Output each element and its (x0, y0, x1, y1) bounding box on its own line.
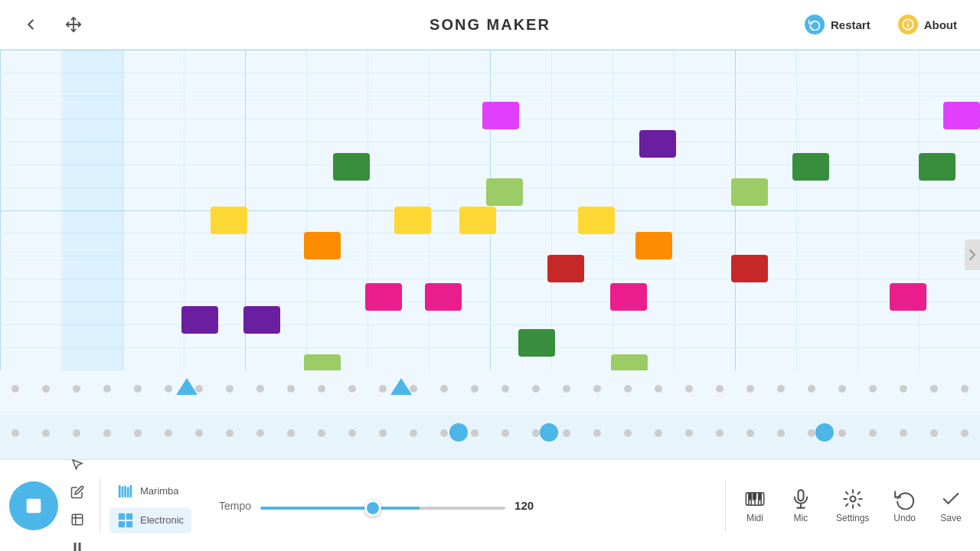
note-block[interactable] (518, 329, 555, 357)
note-block[interactable] (919, 153, 956, 181)
drum-triangle[interactable] (390, 378, 412, 395)
drum-triangle[interactable] (176, 378, 198, 395)
scroll-right-arrow[interactable] (965, 240, 980, 270)
drum-dot-bottom[interactable] (961, 429, 969, 437)
drum-dot-top[interactable] (838, 385, 846, 393)
drum-circle[interactable] (449, 423, 468, 442)
marimba-mode-button[interactable]: Marimba (109, 478, 191, 504)
drum-dot-bottom[interactable] (838, 429, 846, 437)
drum-dot-top[interactable] (11, 385, 19, 393)
note-block[interactable] (486, 178, 523, 206)
drum-dot-top[interactable] (593, 385, 601, 393)
restart-button[interactable]: Restart (797, 10, 878, 39)
note-block[interactable] (243, 306, 280, 334)
note-block[interactable] (610, 283, 647, 311)
note-block[interactable] (459, 207, 496, 234)
note-block[interactable] (792, 153, 829, 181)
undo-button[interactable]: Undo (881, 481, 928, 531)
note-block[interactable] (365, 283, 402, 311)
drum-dot-top[interactable] (42, 385, 50, 393)
drum-dot-bottom[interactable] (11, 429, 19, 437)
drum-section-top[interactable] (0, 370, 980, 415)
drum-dot-bottom[interactable] (256, 429, 264, 437)
drum-dot-bottom[interactable] (318, 429, 325, 437)
drum-dot-bottom[interactable] (287, 429, 295, 437)
drum-dot-bottom[interactable] (746, 429, 754, 437)
drum-dot-bottom[interactable] (716, 429, 724, 437)
drum-dot-top[interactable] (532, 385, 540, 393)
drum-dot-bottom[interactable] (685, 429, 693, 437)
pencil-tool[interactable] (64, 479, 90, 505)
about-button[interactable]: About (890, 10, 965, 39)
drum-dot-top[interactable] (226, 385, 234, 393)
note-block[interactable] (482, 102, 519, 129)
cursor-tool[interactable] (64, 452, 90, 478)
drum-dot-top[interactable] (501, 385, 509, 393)
drum-dot-bottom[interactable] (532, 429, 540, 437)
stop-button[interactable] (9, 481, 58, 530)
drum-circle[interactable] (815, 423, 834, 442)
note-block[interactable] (635, 232, 672, 259)
note-block[interactable] (547, 255, 584, 282)
pause-button[interactable] (64, 534, 90, 552)
drum-dot-top[interactable] (563, 385, 570, 393)
note-block[interactable] (943, 102, 980, 129)
settings-button[interactable]: Settings (824, 481, 881, 531)
drum-dot-bottom[interactable] (777, 429, 785, 437)
drum-dot-top[interactable] (73, 385, 80, 393)
drum-dot-bottom[interactable] (410, 429, 417, 437)
note-block[interactable] (731, 178, 768, 206)
drum-dot-top[interactable] (655, 385, 662, 393)
main-grid-area[interactable] (0, 50, 980, 459)
note-block[interactable] (578, 207, 615, 234)
note-block[interactable] (181, 306, 218, 334)
note-block[interactable] (304, 232, 341, 259)
save-button[interactable]: Save (928, 481, 974, 531)
drum-dot-bottom[interactable] (42, 429, 50, 437)
drum-dot-bottom[interactable] (624, 429, 632, 437)
drum-dot-top[interactable] (379, 385, 387, 393)
electronic-mode-button[interactable]: Electronic (109, 507, 191, 533)
drum-dot-bottom[interactable] (593, 429, 601, 437)
drum-dot-bottom[interactable] (900, 429, 907, 437)
instrument-tool[interactable] (64, 507, 90, 533)
drum-dot-top[interactable] (318, 385, 325, 393)
drum-dot-bottom[interactable] (103, 429, 111, 437)
drum-dot-bottom[interactable] (808, 429, 815, 437)
drum-dot-top[interactable] (777, 385, 785, 393)
drum-dot-top[interactable] (103, 385, 111, 393)
drum-dot-top[interactable] (256, 385, 264, 393)
drum-dot-bottom[interactable] (471, 429, 479, 437)
back-button[interactable] (15, 9, 46, 40)
drum-dot-top[interactable] (930, 385, 938, 393)
move-button[interactable] (58, 9, 89, 40)
drum-circle[interactable] (540, 423, 558, 442)
drum-dot-bottom[interactable] (655, 429, 662, 437)
drum-dot-top[interactable] (165, 385, 172, 393)
drum-dot-top[interactable] (716, 385, 724, 393)
note-block[interactable] (333, 153, 370, 181)
note-block[interactable] (425, 283, 462, 311)
drum-dot-top[interactable] (808, 385, 815, 393)
drum-dot-top[interactable] (440, 385, 448, 393)
drum-dot-top[interactable] (471, 385, 479, 393)
drum-dot-bottom[interactable] (348, 429, 356, 437)
drum-dot-bottom[interactable] (134, 429, 142, 437)
drum-dot-top[interactable] (869, 385, 877, 393)
drum-dot-bottom[interactable] (379, 429, 387, 437)
drum-dot-bottom[interactable] (226, 429, 234, 437)
drum-dot-top[interactable] (134, 385, 142, 393)
drum-dot-bottom[interactable] (930, 429, 938, 437)
drum-dot-top[interactable] (348, 385, 356, 393)
note-block[interactable] (731, 255, 768, 282)
drum-dot-bottom[interactable] (440, 429, 448, 437)
drum-dot-bottom[interactable] (73, 429, 80, 437)
midi-button[interactable]: Midi (732, 481, 778, 531)
tempo-slider[interactable] (260, 507, 505, 510)
drum-dot-bottom[interactable] (195, 429, 203, 437)
drum-dot-top[interactable] (900, 385, 907, 393)
drum-dot-bottom[interactable] (501, 429, 509, 437)
drum-section[interactable] (0, 415, 980, 459)
drum-dot-top[interactable] (287, 385, 295, 393)
drum-dot-bottom[interactable] (165, 429, 172, 437)
